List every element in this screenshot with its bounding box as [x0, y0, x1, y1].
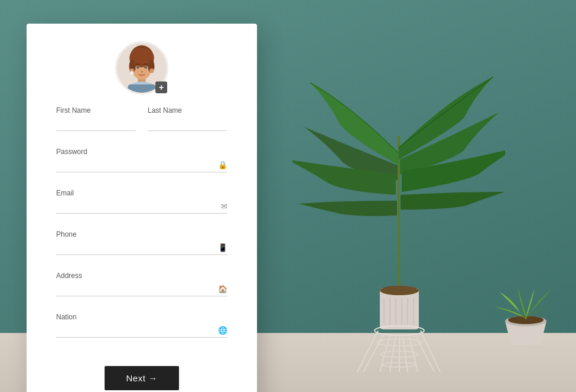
address-icon: 🏠 — [218, 285, 227, 293]
email-icon: ✉ — [221, 202, 227, 211]
nation-input[interactable] — [56, 324, 227, 338]
form-card: + First Name Last Name Password 🔒 — [27, 24, 257, 392]
first-name-label: First Name — [56, 106, 136, 115]
phone-input[interactable] — [56, 241, 227, 255]
password-field: Password 🔒 — [56, 148, 227, 172]
avatar-section: + — [115, 41, 168, 94]
small-plant — [487, 256, 558, 345]
plant-svg — [292, 41, 505, 372]
email-row: Email ✉ — [56, 189, 227, 214]
svg-line-34 — [403, 335, 408, 372]
last-name-field: Last Name — [148, 106, 227, 131]
svg-point-8 — [130, 71, 134, 75]
last-name-input[interactable] — [148, 117, 227, 131]
nation-row: Nation 🌐 — [56, 313, 227, 338]
address-input[interactable] — [56, 282, 227, 296]
small-plant-svg — [487, 256, 564, 351]
phone-icon: 📱 — [218, 243, 227, 252]
svg-point-12 — [136, 66, 140, 69]
phone-field: Phone 📱 — [56, 230, 227, 255]
email-label: Email — [56, 189, 227, 197]
next-button[interactable]: Next → — [105, 366, 178, 390]
email-field: Email ✉ — [56, 189, 227, 214]
svg-point-14 — [141, 71, 143, 73]
email-input[interactable] — [56, 200, 227, 214]
first-name-field: First Name — [56, 106, 136, 131]
nation-label: Nation — [56, 313, 227, 321]
address-row: Address 🏠 — [56, 272, 227, 296]
form-body: First Name Last Name Password 🔒 Email ✉ — [27, 106, 257, 354]
nation-field: Nation 🌐 — [56, 313, 227, 338]
plant-container — [292, 41, 505, 372]
svg-point-13 — [144, 66, 148, 69]
svg-rect-16 — [128, 84, 156, 94]
address-field: Address 🏠 — [56, 272, 227, 296]
phone-row: Phone 📱 — [56, 230, 227, 255]
address-label: Address — [56, 272, 227, 280]
password-label: Password — [56, 148, 227, 156]
nation-icon: 🌐 — [218, 326, 227, 335]
password-input[interactable] — [56, 158, 227, 172]
lock-icon: 🔒 — [218, 161, 227, 169]
first-name-input[interactable] — [56, 117, 136, 131]
last-name-label: Last Name — [148, 106, 227, 115]
avatar-plus-button[interactable]: + — [155, 81, 167, 93]
phone-label: Phone — [56, 230, 227, 239]
password-row: Password 🔒 — [56, 148, 227, 172]
name-row: First Name Last Name — [56, 106, 227, 131]
svg-point-25 — [380, 286, 419, 295]
svg-point-9 — [149, 68, 154, 73]
